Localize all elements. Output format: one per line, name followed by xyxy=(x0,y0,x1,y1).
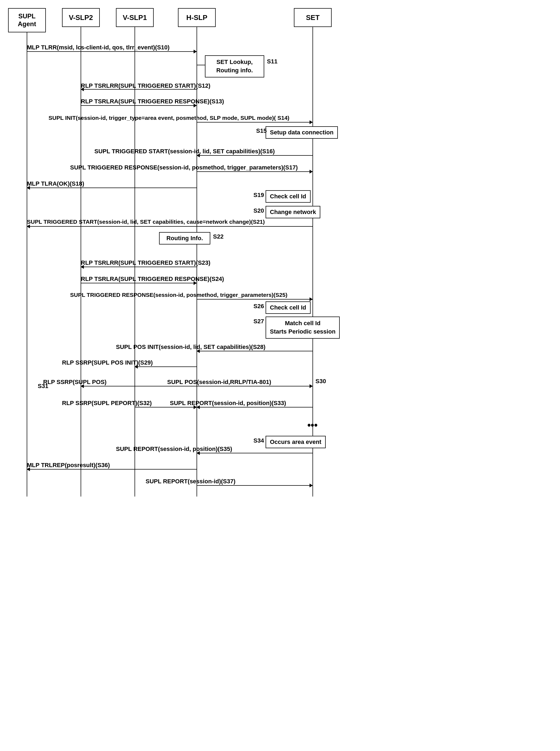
step-s30: S30 xyxy=(316,378,326,385)
msg-s30-supl-label: SUPL POS(session-id,RRLP/TIA-801) xyxy=(167,379,271,386)
msg-s35-label: SUPL REPORT(session-id, position)(S35) xyxy=(116,445,232,452)
msg-s31-rlp-line xyxy=(81,386,135,386)
msg-s18-label: MLP TLRA(OK)(S18) xyxy=(27,180,84,187)
msg-s29-line xyxy=(135,366,197,367)
note-s20: Change network xyxy=(265,206,320,218)
msg-s12-label: RLP TSRLRR(SUPL TRIGGERED START)(S12) xyxy=(81,82,210,89)
msg-s37-line xyxy=(197,485,313,486)
note-s26: Check cell Id xyxy=(265,302,311,314)
note-s27: Match cell IdStarts Periodic session xyxy=(265,316,340,339)
msg-s10-label: MLP TLRR(msid, lcs-client-id, qos, tlrr_… xyxy=(27,44,169,51)
msg-s25-label: SUPL TRIGGERED RESPONSE(session-id, posm… xyxy=(70,292,287,298)
note-s19: Check cell Id xyxy=(265,190,311,203)
msg-s33-label: SUPL REPORT(session-id, position)(S33) xyxy=(170,400,286,407)
step-s34: S34 xyxy=(254,437,264,444)
step-s20: S20 xyxy=(254,207,264,214)
note-s22: Routing Info. xyxy=(159,232,210,245)
msg-s23-label: RLP TSRLRR(SUPL TRIGGERED START)(S23) xyxy=(81,259,210,266)
msg-s37-label: SUPL REPORT(session-id)(S37) xyxy=(146,478,235,485)
participant-supl-agent: SUPLAgent xyxy=(8,8,46,32)
msg-s18-line xyxy=(27,188,197,188)
msg-s32-line xyxy=(135,407,197,407)
participant-set: SET xyxy=(294,8,332,27)
msg-s24-line xyxy=(81,283,197,283)
step-s27: S27 xyxy=(254,318,264,325)
msg-s28-line xyxy=(197,351,313,351)
note-s11: SET Lookup,Routing info. xyxy=(205,55,264,77)
msg-s35-line xyxy=(197,453,313,454)
msg-s16-label: SUPL TRIGGERED START(session-id, lid, SE… xyxy=(94,148,275,155)
msg-s13-label: RLP TSRLRA(SUPL TRIGGERED RESPONSE)(S13) xyxy=(81,98,224,105)
msg-s33-line xyxy=(197,407,313,407)
msg-s14-line xyxy=(197,122,313,122)
participant-v-slp2: V-SLP2 xyxy=(62,8,100,27)
step-s11: S11 xyxy=(267,58,277,65)
ellipsis: ••• xyxy=(307,420,318,431)
msg-s16-line xyxy=(197,155,313,156)
msg-s21-label: SUPL TRIGGERED START(session-id, lid, SE… xyxy=(27,218,265,225)
sequence-diagram: SUPLAgent V-SLP2 V-SLP1 H-SLP SET MLP TL… xyxy=(0,0,560,751)
note-s34: Occurs area event xyxy=(265,436,326,448)
msg-s24-label: RLP TSRLRA(SUPL TRIGGERED RESPONSE)(S24) xyxy=(81,275,224,283)
step-s15: S15 xyxy=(256,127,267,134)
s11-connector xyxy=(197,65,205,65)
msg-s31-rlp-label: RLP SSRP(SUPL POS) xyxy=(43,379,106,386)
msg-s30-supl-line xyxy=(135,386,313,386)
step-s22: S22 xyxy=(213,233,223,240)
step-s26: S26 xyxy=(254,303,264,310)
msg-s13-line xyxy=(81,105,197,106)
lifeline-supl-agent xyxy=(27,32,27,497)
msg-s36-label: MLP TRLREP(posresult)(S36) xyxy=(27,462,110,469)
msg-s23-line xyxy=(81,267,197,267)
msg-s36-line xyxy=(27,469,197,469)
msg-s32-label: RLP SSRP(SUPL PEPORT)(S32) xyxy=(62,400,152,407)
msg-s14-label: SUPL INIT(session-id, trigger_type=area … xyxy=(48,115,289,121)
msg-s25-line xyxy=(197,299,313,300)
msg-s17-label: SUPL TRIGGERED RESPONSE(session-id, posm… xyxy=(70,164,298,171)
step-s19: S19 xyxy=(254,192,264,199)
note-s15: Setup data connection xyxy=(265,126,338,139)
msg-s21-line xyxy=(27,226,313,227)
participant-v-slp1: V-SLP1 xyxy=(116,8,154,27)
msg-s29-label: RLP SSRP(SUPL POS INIT)(S29) xyxy=(62,359,153,366)
msg-s10-line xyxy=(27,51,197,52)
msg-s17-line xyxy=(197,171,313,172)
participant-h-slp: H-SLP xyxy=(178,8,216,27)
msg-s28-label: SUPL POS INIT(session-id, lid, SET capab… xyxy=(116,344,265,350)
